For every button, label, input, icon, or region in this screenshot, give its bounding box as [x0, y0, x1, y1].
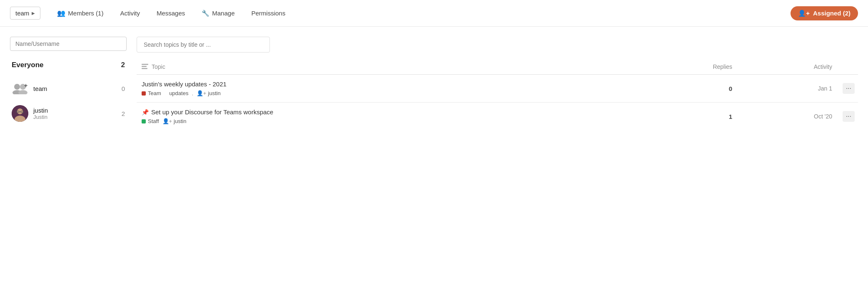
content-area: Topic Replies Activity: [137, 37, 858, 130]
tag-staff[interactable]: Staff: [142, 118, 159, 124]
tag-updates[interactable]: updates: [169, 90, 188, 96]
team-group-name: team: [33, 85, 47, 92]
activity-date-2: Oct '20: [814, 113, 832, 120]
topic-header-label: Topic: [152, 63, 165, 70]
topics-table: Topic Replies Activity: [137, 59, 858, 130]
nav-permissions[interactable]: Permissions: [244, 6, 292, 20]
action-cell-2: ···: [837, 103, 858, 131]
search-bar-row: [137, 37, 858, 53]
replies-column-header[interactable]: Replies: [634, 59, 737, 75]
replies-cell-1: 0: [634, 75, 737, 103]
pin-icon: 📌: [142, 109, 149, 116]
topic-cell-1: Justin's weekly updates - 2021 Team upda…: [137, 75, 634, 103]
sidebar-item-team[interactable]: + team 0: [10, 76, 127, 101]
more-button-2[interactable]: ···: [843, 111, 855, 122]
topic-column-header[interactable]: Topic: [137, 59, 634, 75]
action-cell-1: ···: [837, 75, 858, 103]
topic-title-1[interactable]: Justin's weekly updates - 2021: [142, 81, 227, 88]
everyone-count: 2: [121, 61, 125, 69]
nav-members[interactable]: 👥 Members (1): [50, 6, 110, 20]
assigned-user-2: justin: [174, 118, 186, 124]
svg-rect-11: [142, 64, 148, 65]
replies-cell-2: 1: [634, 103, 737, 131]
activity-column-header[interactable]: Activity: [737, 59, 837, 75]
topic-meta-1: Team updates , 👤+ justin: [142, 90, 629, 96]
justin-avatar: [12, 105, 28, 122]
manage-label: Manage: [212, 10, 234, 17]
assigned-meta-2: 👤+ justin: [162, 118, 187, 124]
justin-count: 2: [122, 110, 125, 117]
main-layout: Everyone 2 + team 0: [0, 27, 868, 140]
messages-label: Messages: [157, 10, 185, 17]
svg-text:+: +: [24, 83, 27, 89]
topic-search-input[interactable]: [137, 37, 270, 53]
table-row: 📌 Set up your Discourse for Teams worksp…: [137, 103, 858, 131]
activity-date-1: Jan 1: [818, 85, 832, 92]
activity-cell-1: Jan 1: [737, 75, 837, 103]
topic-meta-2: Staff 👤+ justin: [142, 118, 629, 124]
tag-team[interactable]: Team: [142, 90, 161, 96]
activity-label: Activity: [120, 10, 140, 17]
tag-label-team: Team: [148, 90, 161, 96]
wrench-icon: 🔧: [202, 10, 210, 17]
members-label: Members (1): [68, 10, 103, 17]
svg-point-6: [17, 108, 23, 114]
svg-point-0: [14, 84, 20, 90]
assigned-label: Assigned (2): [813, 10, 851, 17]
sidebar-item-justin[interactable]: justin Justin 2: [10, 101, 127, 126]
members-icon: 👥: [57, 9, 65, 17]
table-row: Justin's weekly updates - 2021 Team upda…: [137, 75, 858, 103]
tag-color-staff: [142, 119, 146, 123]
replies-count-2: 1: [729, 113, 732, 120]
topic-cell-2: 📌 Set up your Discourse for Teams worksp…: [137, 103, 634, 131]
assigned-button[interactable]: 👤+ Assigned (2): [791, 6, 858, 20]
activity-cell-2: Oct '20: [737, 103, 837, 131]
name-username-search[interactable]: [10, 37, 127, 51]
nav-manage[interactable]: 🔧 Manage: [195, 6, 241, 20]
team-dropdown[interactable]: team ▶: [10, 7, 40, 20]
everyone-row[interactable]: Everyone 2: [10, 58, 127, 73]
svg-rect-13: [142, 68, 147, 69]
team-label: team: [15, 10, 29, 17]
list-icon: [142, 64, 148, 70]
permissions-label: Permissions: [251, 10, 285, 17]
team-arrow: ▶: [32, 11, 35, 15]
person-plus-icon: 👤+: [798, 10, 810, 17]
group-icon: +: [12, 80, 28, 97]
replies-header-label: Replies: [713, 63, 732, 70]
replies-count-1: 0: [729, 85, 732, 92]
sidebar: Everyone 2 + team 0: [10, 37, 127, 126]
assigned-user-1: justin: [208, 90, 220, 96]
top-navigation: team ▶ 👥 Members (1) Activity Messages 🔧…: [0, 0, 868, 27]
activity-header-label: Activity: [814, 63, 832, 70]
nav-activity[interactable]: Activity: [113, 6, 147, 20]
assign-icon-2: 👤+: [162, 118, 172, 124]
justin-username: justin: [33, 107, 48, 114]
tag-label-staff: Staff: [148, 118, 159, 124]
svg-rect-12: [142, 66, 147, 67]
tag-color-team: [142, 91, 146, 96]
team-group-count: 0: [122, 85, 125, 92]
topic-title-2[interactable]: Set up your Discourse for Teams workspac…: [151, 108, 273, 116]
justin-displayname: Justin: [33, 114, 48, 120]
assign-icon-1: 👤+: [197, 90, 207, 96]
more-button-1[interactable]: ···: [843, 83, 855, 94]
nav-messages[interactable]: Messages: [150, 6, 192, 20]
assigned-meta-1: 👤+ justin: [197, 90, 221, 96]
everyone-label: Everyone: [12, 61, 44, 69]
